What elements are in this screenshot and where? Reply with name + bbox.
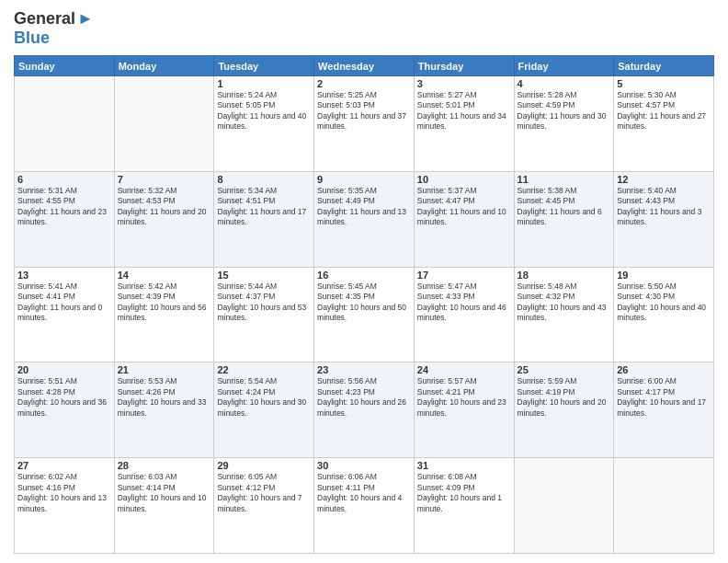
calendar-cell: 18Sunrise: 5:48 AMSunset: 4:32 PMDayligh… (514, 267, 614, 362)
calendar-cell: 27Sunrise: 6:02 AMSunset: 4:16 PMDayligh… (15, 458, 115, 554)
day-number: 2 (317, 78, 411, 89)
calendar-cell: 6Sunrise: 5:31 AMSunset: 4:55 PMDaylight… (15, 171, 115, 267)
day-number: 26 (617, 364, 711, 375)
day-number: 18 (518, 270, 611, 281)
day-info: Sunrise: 5:42 AMSunset: 4:39 PMDaylight:… (118, 282, 211, 324)
day-info: Sunrise: 5:28 AMSunset: 4:59 PMDaylight:… (518, 90, 611, 132)
day-info: Sunrise: 5:45 AMSunset: 4:35 PMDaylight:… (317, 282, 411, 324)
day-number: 30 (317, 460, 411, 471)
day-number: 7 (118, 174, 211, 185)
day-info: Sunrise: 5:27 AMSunset: 5:01 PMDaylight:… (417, 90, 511, 132)
logo-arrow-icon: ► (77, 9, 94, 29)
day-number: 22 (217, 364, 311, 375)
day-info: Sunrise: 5:30 AMSunset: 4:57 PMDaylight:… (617, 90, 711, 132)
calendar-cell: 14Sunrise: 5:42 AMSunset: 4:39 PMDayligh… (114, 267, 214, 362)
day-number: 8 (217, 174, 311, 185)
day-info: Sunrise: 5:25 AMSunset: 5:03 PMDaylight:… (317, 90, 411, 132)
calendar-week-3: 13Sunrise: 5:41 AMSunset: 4:41 PMDayligh… (15, 267, 714, 362)
calendar-cell: 11Sunrise: 5:38 AMSunset: 4:45 PMDayligh… (514, 171, 614, 267)
calendar-cell: 9Sunrise: 5:35 AMSunset: 4:49 PMDaylight… (314, 171, 415, 267)
calendar-header-monday: Monday (114, 56, 214, 76)
day-number: 23 (317, 364, 411, 375)
calendar-cell: 10Sunrise: 5:37 AMSunset: 4:47 PMDayligh… (414, 171, 514, 267)
day-info: Sunrise: 6:00 AMSunset: 4:17 PMDaylight:… (617, 376, 711, 419)
day-number: 20 (17, 364, 111, 375)
day-number: 9 (317, 174, 411, 185)
calendar-header-row: SundayMondayTuesdayWednesdayThursdayFrid… (15, 56, 714, 76)
day-info: Sunrise: 6:08 AMSunset: 4:09 PMDaylight:… (417, 472, 511, 514)
day-number: 5 (617, 78, 711, 89)
calendar-cell: 8Sunrise: 5:34 AMSunset: 4:51 PMDaylight… (214, 171, 314, 267)
calendar-header-wednesday: Wednesday (314, 56, 415, 76)
day-number: 10 (417, 174, 511, 185)
calendar-cell: 13Sunrise: 5:41 AMSunset: 4:41 PMDayligh… (15, 267, 115, 362)
day-number: 13 (17, 270, 111, 281)
calendar-header-thursday: Thursday (414, 56, 514, 76)
calendar-table: SundayMondayTuesdayWednesdayThursdayFrid… (14, 55, 714, 554)
calendar-cell: 1Sunrise: 5:24 AMSunset: 5:05 PMDaylight… (214, 76, 314, 172)
day-info: Sunrise: 5:41 AMSunset: 4:41 PMDaylight:… (17, 282, 111, 324)
calendar-cell: 28Sunrise: 6:03 AMSunset: 4:14 PMDayligh… (114, 458, 214, 554)
header: General ► Blue (14, 9, 714, 48)
day-number: 14 (118, 270, 211, 281)
calendar-cell: 12Sunrise: 5:40 AMSunset: 4:43 PMDayligh… (614, 171, 714, 267)
calendar-cell (15, 76, 115, 172)
day-number: 3 (417, 78, 511, 89)
day-info: Sunrise: 6:05 AMSunset: 4:12 PMDaylight:… (217, 472, 311, 514)
day-info: Sunrise: 5:53 AMSunset: 4:26 PMDaylight:… (118, 376, 211, 419)
calendar-week-1: 1Sunrise: 5:24 AMSunset: 5:05 PMDaylight… (15, 76, 714, 172)
day-info: Sunrise: 5:47 AMSunset: 4:33 PMDaylight:… (417, 282, 511, 324)
day-info: Sunrise: 6:06 AMSunset: 4:11 PMDaylight:… (317, 472, 411, 514)
day-number: 6 (17, 174, 111, 185)
day-number: 15 (217, 270, 311, 281)
page: General ► Blue SundayMondayTuesdayWednes… (0, 0, 728, 563)
calendar-cell: 26Sunrise: 6:00 AMSunset: 4:17 PMDayligh… (614, 362, 714, 458)
calendar-cell: 4Sunrise: 5:28 AMSunset: 4:59 PMDaylight… (514, 76, 614, 172)
calendar-cell (614, 458, 714, 554)
calendar-cell: 2Sunrise: 5:25 AMSunset: 5:03 PMDaylight… (314, 76, 415, 172)
calendar-cell: 21Sunrise: 5:53 AMSunset: 4:26 PMDayligh… (114, 362, 214, 458)
calendar-cell: 30Sunrise: 6:06 AMSunset: 4:11 PMDayligh… (314, 458, 415, 554)
calendar-header-saturday: Saturday (614, 56, 714, 76)
day-number: 16 (317, 270, 411, 281)
logo-general: General (14, 9, 75, 29)
day-number: 4 (518, 78, 611, 89)
calendar-cell: 20Sunrise: 5:51 AMSunset: 4:28 PMDayligh… (15, 362, 115, 458)
day-number: 1 (217, 78, 311, 89)
day-info: Sunrise: 5:40 AMSunset: 4:43 PMDaylight:… (617, 186, 711, 228)
day-number: 11 (518, 174, 611, 185)
day-info: Sunrise: 5:48 AMSunset: 4:32 PMDaylight:… (518, 282, 611, 324)
day-info: Sunrise: 5:59 AMSunset: 4:19 PMDaylight:… (518, 376, 611, 419)
day-info: Sunrise: 5:51 AMSunset: 4:28 PMDaylight:… (17, 376, 111, 419)
calendar-header-sunday: Sunday (15, 56, 115, 76)
day-number: 21 (118, 364, 211, 375)
day-info: Sunrise: 6:02 AMSunset: 4:16 PMDaylight:… (17, 472, 111, 514)
day-info: Sunrise: 5:37 AMSunset: 4:47 PMDaylight:… (417, 186, 511, 228)
calendar-cell: 24Sunrise: 5:57 AMSunset: 4:21 PMDayligh… (414, 362, 514, 458)
day-info: Sunrise: 5:32 AMSunset: 4:53 PMDaylight:… (118, 186, 211, 228)
calendar-cell: 16Sunrise: 5:45 AMSunset: 4:35 PMDayligh… (314, 267, 415, 362)
day-number: 31 (417, 460, 511, 471)
calendar-cell: 22Sunrise: 5:54 AMSunset: 4:24 PMDayligh… (214, 362, 314, 458)
day-info: Sunrise: 5:31 AMSunset: 4:55 PMDaylight:… (17, 186, 111, 228)
day-info: Sunrise: 5:57 AMSunset: 4:21 PMDaylight:… (417, 376, 511, 419)
calendar-cell: 17Sunrise: 5:47 AMSunset: 4:33 PMDayligh… (414, 267, 514, 362)
day-info: Sunrise: 6:03 AMSunset: 4:14 PMDaylight:… (118, 472, 211, 514)
calendar-cell: 7Sunrise: 5:32 AMSunset: 4:53 PMDaylight… (114, 171, 214, 267)
calendar-cell: 25Sunrise: 5:59 AMSunset: 4:19 PMDayligh… (514, 362, 614, 458)
calendar-cell: 3Sunrise: 5:27 AMSunset: 5:01 PMDaylight… (414, 76, 514, 172)
day-number: 17 (417, 270, 511, 281)
calendar-cell: 5Sunrise: 5:30 AMSunset: 4:57 PMDaylight… (614, 76, 714, 172)
logo: General ► Blue (14, 9, 94, 48)
calendar-week-4: 20Sunrise: 5:51 AMSunset: 4:28 PMDayligh… (15, 362, 714, 458)
day-number: 28 (118, 460, 211, 471)
day-number: 12 (617, 174, 711, 185)
day-info: Sunrise: 5:35 AMSunset: 4:49 PMDaylight:… (317, 186, 411, 228)
calendar-week-2: 6Sunrise: 5:31 AMSunset: 4:55 PMDaylight… (15, 171, 714, 267)
day-info: Sunrise: 5:24 AMSunset: 5:05 PMDaylight:… (217, 90, 311, 132)
calendar-header-friday: Friday (514, 56, 614, 76)
calendar-cell: 31Sunrise: 6:08 AMSunset: 4:09 PMDayligh… (414, 458, 514, 554)
calendar-cell: 29Sunrise: 6:05 AMSunset: 4:12 PMDayligh… (214, 458, 314, 554)
calendar-cell (514, 458, 614, 554)
day-number: 29 (217, 460, 311, 471)
